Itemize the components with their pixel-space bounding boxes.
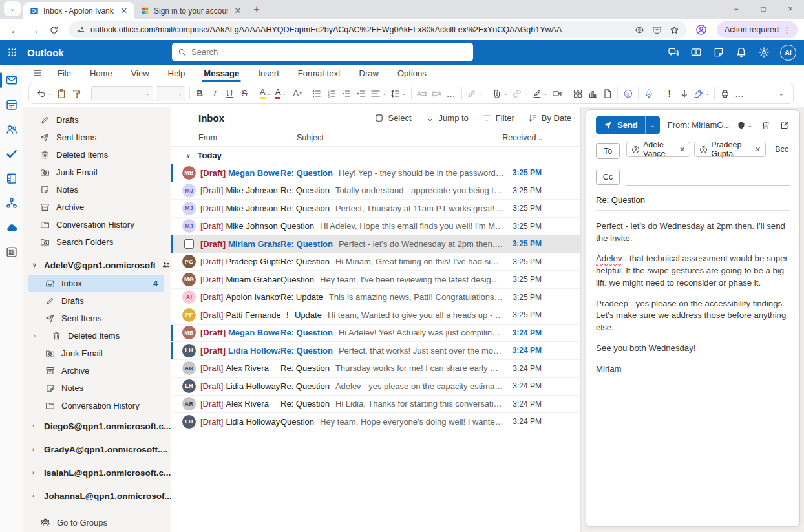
notifications-button[interactable] — [735, 46, 748, 59]
meeting-button[interactable] — [549, 85, 564, 102]
message-row[interactable]: [Draft]Miriam GrahamRe: QuestionPerfect … — [171, 235, 580, 253]
bullets-button[interactable] — [309, 85, 324, 102]
numbering-button[interactable]: 123 — [324, 85, 339, 102]
more-paragraph-button[interactable]: … — [444, 85, 459, 102]
strikethrough-button[interactable]: S — [237, 85, 252, 102]
undo-button[interactable]: ⌄ — [34, 85, 54, 102]
attach-file-button[interactable]: ⌄ — [490, 85, 510, 102]
group-header-today[interactable]: ∨ Today — [171, 147, 580, 164]
sort-by-date-button[interactable]: By Date — [528, 113, 571, 123]
send-button[interactable]: Send — [596, 116, 645, 134]
message-row[interactable]: AR[Draft]Alex RiveraRe: QuestionHi Lidia… — [171, 396, 580, 414]
more-commands-button[interactable]: … — [732, 85, 747, 102]
ribbon-tab-insert[interactable]: Insert — [257, 67, 280, 80]
ribbon-tab-file[interactable]: File — [57, 67, 72, 80]
message-row[interactable]: MG[Draft]Miriam GrahamQuestionHey team, … — [171, 271, 580, 289]
account-header[interactable]: ∨AdeleV@qpn1.onmicrosoft.c... — [23, 255, 171, 275]
discard-draft-button[interactable] — [761, 120, 771, 131]
cc-field[interactable] — [626, 168, 790, 186]
sidebar-item-junk-email[interactable]: Junk Email — [23, 345, 171, 362]
address-bar[interactable]: outlook.office.com/mail/compose/AAkALgAA… — [69, 21, 687, 38]
right-to-left-button[interactable]: ⇇A — [429, 85, 444, 102]
rail-item-notebook[interactable] — [0, 168, 23, 189]
collapse-toolbar-button[interactable]: ⌄ — [779, 90, 788, 97]
bookmark-star-icon[interactable] — [670, 25, 679, 35]
site-settings-icon[interactable] — [76, 25, 85, 34]
notes-feed-button[interactable] — [712, 46, 725, 59]
to-button[interactable]: To — [596, 143, 620, 159]
rail-item-to-do[interactable] — [0, 144, 23, 164]
ribbon-tab-format-text[interactable]: Format text — [297, 67, 341, 80]
minimize-button[interactable]: − — [723, 0, 750, 18]
search-input[interactable] — [191, 47, 467, 57]
sidebar-item-archive[interactable]: Archive — [23, 362, 171, 379]
message-row[interactable]: MJ[Draft]Mike JohnsonRe: QuestionTotally… — [171, 182, 580, 200]
ribbon-tab-draw[interactable]: Draw — [359, 67, 379, 80]
go-to-groups-button[interactable]: Go to Groups — [23, 513, 171, 531]
collapse-nav-button[interactable] — [30, 65, 45, 81]
message-row[interactable]: LH[Draft]Lidia HollowayRe: QuestionAdele… — [171, 378, 580, 396]
sidebar-item-sent-items[interactable]: Sent Items — [23, 310, 171, 327]
message-row[interactable]: PG[Draft]Pradeep GuptaRe: QuestionHi Mir… — [171, 253, 580, 271]
video-call-button[interactable] — [690, 46, 703, 59]
ribbon-tab-help[interactable]: Help — [167, 67, 186, 80]
font-color-button[interactable]: A⌄ — [273, 85, 288, 102]
from-dropdown[interactable]: From: MiriamG... ⌄ — [668, 120, 730, 130]
chat-button[interactable] — [667, 46, 680, 59]
row-checkbox[interactable] — [184, 239, 194, 249]
sidebar-item-notes[interactable]: Notes — [23, 181, 171, 198]
clear-formatting-button[interactable]: A — [288, 85, 303, 102]
sidebar-item-notes[interactable]: Notes — [23, 379, 171, 397]
open-in-new-window-button[interactable] — [779, 120, 790, 131]
sidebar-item-conversation-history[interactable]: Conversation History — [23, 397, 171, 414]
bcc-toggle[interactable]: Bcc — [770, 145, 790, 154]
align-button[interactable]: ⌄ — [368, 85, 388, 102]
insert-link-button[interactable]: ⌄ — [510, 85, 530, 102]
browser-tab-inactive[interactable]: Sign in to your account ✕ — [134, 2, 248, 19]
column-subject[interactable]: Subject — [297, 133, 500, 142]
rail-item-mail[interactable] — [0, 70, 23, 90]
highlight-button[interactable]: A⌄ — [258, 85, 273, 102]
account-row[interactable]: ›IsaiahL@qpn1.onmicrosoft.c... — [23, 461, 171, 484]
ribbon-tab-home[interactable]: Home — [89, 67, 113, 80]
forward-button[interactable]: → — [26, 21, 43, 38]
format-painter-button[interactable] — [69, 85, 84, 102]
rail-item-org-explorer[interactable] — [0, 193, 23, 213]
signature-button[interactable]: ⌄ — [530, 85, 550, 102]
sidebar-item-drafts[interactable]: Drafts — [23, 292, 171, 310]
line-spacing-button[interactable]: ⌄ — [388, 85, 408, 102]
message-row[interactable]: LH[Draft]Lidia HollowayQuestionHey team,… — [171, 413, 580, 431]
message-row[interactable]: MJ[Draft]Mike JohnsonRe: QuestionPerfect… — [171, 200, 580, 218]
sensitivity-button[interactable]: ⌄ — [737, 121, 752, 130]
sidebar-item-deleted-items[interactable]: ›Deleted Items — [23, 327, 171, 345]
eye-icon[interactable] — [635, 25, 644, 35]
sidebar-item-deleted-items[interactable]: Deleted Items — [23, 146, 171, 164]
new-tab-button[interactable]: + — [248, 1, 265, 18]
sidebar-item-junk-email[interactable]: Junk Email — [23, 164, 171, 181]
message-row[interactable]: MB[Draft]Megan BowenRe: QuestionHi Adele… — [171, 325, 580, 343]
increase-indent-button[interactable] — [354, 85, 368, 102]
print-button[interactable] — [717, 85, 732, 102]
account-row[interactable]: ›GradyA@qpn1.onmicrosoft.... — [23, 438, 171, 461]
install-app-icon[interactable] — [652, 25, 662, 35]
sidebar-item-archive[interactable]: Archive — [23, 198, 171, 216]
sidebar-item-search-folders[interactable]: Search Folders — [23, 233, 171, 251]
filter-button[interactable]: Filter — [482, 113, 514, 123]
dictate-button[interactable] — [641, 85, 656, 102]
close-window-button[interactable]: × — [777, 0, 804, 18]
message-row[interactable]: MB[Draft]Megan BowenRe: QuestionHey! Yep… — [171, 164, 580, 182]
paste-button[interactable] — [54, 85, 69, 102]
app-launcher-button[interactable] — [0, 40, 25, 65]
poll-button[interactable] — [585, 85, 600, 102]
message-row[interactable]: LH[Draft]Lidia HollowayRe: QuestionPerfe… — [171, 342, 580, 360]
ribbon-tab-view[interactable]: View — [131, 67, 150, 80]
underline-button[interactable]: U — [222, 85, 237, 102]
italic-button[interactable]: I — [207, 85, 222, 102]
low-importance-button[interactable] — [677, 85, 692, 102]
bold-button[interactable]: B — [193, 85, 207, 102]
browser-profile-button[interactable] — [693, 22, 709, 37]
column-received[interactable]: Received⌄ — [500, 133, 580, 142]
remove-recipient-icon[interactable]: ✕ — [679, 145, 685, 154]
message-row[interactable]: MJ[Draft]Mike JohnsonQuestionHi Adelev, … — [171, 218, 580, 236]
account-avatar[interactable]: AI — [780, 45, 796, 61]
